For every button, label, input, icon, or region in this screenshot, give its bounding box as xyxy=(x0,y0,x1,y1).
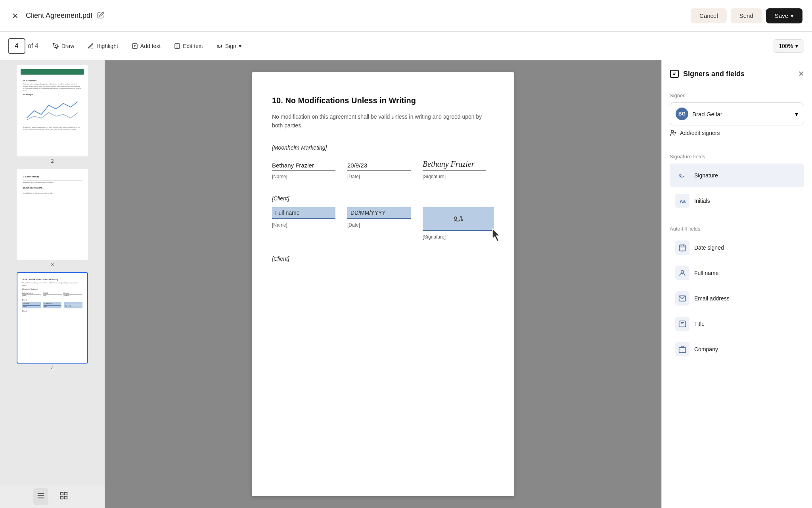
panel-title-icon xyxy=(670,69,679,79)
section-number: 10. xyxy=(272,96,283,105)
date-signed-label: Date signed xyxy=(694,244,724,251)
sign-tool-button[interactable]: Sign ▾ xyxy=(211,40,247,52)
svg-rect-6 xyxy=(61,493,63,495)
svg-rect-23 xyxy=(679,348,686,353)
send-button[interactable]: Send xyxy=(731,8,762,23)
email-icon xyxy=(678,294,686,302)
date-signed-field-item[interactable]: Date signed xyxy=(670,236,804,260)
thumb-3-content: 9. Confidentiality Both parties agree to… xyxy=(21,173,84,197)
sig-row-client1: Full name [Name] DD/MM/YYYY [Date] xyxy=(272,207,494,240)
section-title: 10. No Modifications Unless in Writing xyxy=(272,96,494,105)
sig-col-sig2: [Signature] xyxy=(423,207,494,240)
panel-title-text: Signers and fields xyxy=(683,70,745,78)
cursor-icon xyxy=(491,228,502,242)
email-icon-wrap xyxy=(675,291,689,306)
date-signed-icon-wrap xyxy=(675,241,689,255)
client1-label: [Client] xyxy=(272,195,494,202)
name1-value: Bethany Frazier xyxy=(272,158,335,171)
cursor-indicator xyxy=(491,228,502,244)
main-layout: B. Statistics Statistics is the study an… xyxy=(0,60,812,508)
date2-field[interactable]: DD/MM/YYYY xyxy=(347,207,411,219)
sig-col-date2: DD/MM/YYYY [Date] xyxy=(347,207,411,240)
highlight-icon xyxy=(88,43,94,49)
thumbnail-page-4[interactable]: 10. No Modifications Unless in Writing N… xyxy=(17,272,88,364)
section-heading: No Modifications Unless in Writing xyxy=(285,96,416,105)
name1-label: [Name] xyxy=(272,174,335,179)
add-text-label: Add text xyxy=(140,43,161,49)
title-field-item[interactable]: Title xyxy=(670,312,804,336)
date1-label: [Date] xyxy=(347,174,411,179)
svg-point-18 xyxy=(681,270,684,273)
client2-label: [Client] xyxy=(272,256,494,262)
thumbnail-page-3[interactable]: 9. Confidentiality Both parties agree to… xyxy=(17,169,88,260)
email-field-item[interactable]: Email address xyxy=(670,287,804,310)
thumb-2-content: B. Statistics Statistics is the study an… xyxy=(21,77,84,133)
sig2-field[interactable] xyxy=(423,207,494,231)
full-name-field-item[interactable]: Full name xyxy=(670,261,804,285)
pdf-page: 10. No Modifications Unless in Writing N… xyxy=(252,72,514,496)
sig1-value: Bethany Frazier xyxy=(423,158,486,171)
zoom-control[interactable]: 100% ▾ xyxy=(773,39,804,53)
list-view-button[interactable] xyxy=(33,488,48,505)
zoom-label: 100% xyxy=(779,43,793,49)
page-number-input[interactable] xyxy=(8,38,25,54)
grid-view-icon xyxy=(59,491,68,500)
svg-rect-8 xyxy=(61,496,63,499)
save-label: Save xyxy=(775,12,788,19)
close-button[interactable]: ✕ xyxy=(10,9,21,23)
signers-panel: Signers and fields ✕ Signer BG Brad Gell… xyxy=(661,60,812,508)
edit-text-icon xyxy=(174,43,180,49)
draw-icon xyxy=(53,43,59,49)
panel-title: Signers and fields xyxy=(670,69,745,79)
draw-tool-button[interactable]: Draw xyxy=(47,40,80,52)
date2-placeholder: DD/MM/YYYY xyxy=(350,210,386,216)
name2-placeholder: Full name xyxy=(275,210,299,216)
sig-col-sig1: Bethany Frazier [Signature] xyxy=(423,158,486,179)
edit-filename-button[interactable] xyxy=(97,12,104,20)
edit-text-tool-button[interactable]: Edit text xyxy=(169,40,209,52)
email-label: Email address xyxy=(694,295,730,302)
signature-field-icon xyxy=(675,168,689,183)
close-panel-button[interactable]: ✕ xyxy=(798,69,804,78)
signer-section-label: Signer xyxy=(670,92,804,98)
add-text-tool-button[interactable]: Add text xyxy=(126,40,166,52)
thumbnail-page-2[interactable]: B. Statistics Statistics is the study an… xyxy=(17,65,88,156)
initials-field-icon: Aa xyxy=(675,194,689,208)
full-name-label: Full name xyxy=(694,270,718,276)
pdf-content-area[interactable]: 10. No Modifications Unless in Writing N… xyxy=(105,60,661,508)
thumb-2-title: B. Statistics xyxy=(23,79,82,82)
add-edit-signers-button[interactable]: Add/edit signers xyxy=(670,125,804,140)
svg-rect-9 xyxy=(65,496,67,499)
title-icon-wrap xyxy=(675,317,689,331)
header-right: Cancel Send Save ▾ xyxy=(691,8,802,23)
svg-point-12 xyxy=(671,130,674,133)
sig-row-1: Bethany Frazier [Name] 20/9/23 [Date] Be… xyxy=(272,158,494,179)
svg-rect-10 xyxy=(670,70,678,77)
full-name-icon xyxy=(678,269,686,277)
cancel-button[interactable]: Cancel xyxy=(691,8,727,23)
company-field-item[interactable]: Company xyxy=(670,337,804,361)
name2-field[interactable]: Full name xyxy=(272,207,335,219)
title-icon xyxy=(678,320,686,328)
client-section-1: [Client] Full name [Name] DD/MM/YYYY [Da… xyxy=(272,195,494,240)
sig-col-name2: Full name [Name] xyxy=(272,207,335,240)
grid-view-button[interactable] xyxy=(56,488,71,505)
company-icon-wrap xyxy=(675,342,689,356)
company-icon xyxy=(678,345,686,353)
mini-chart xyxy=(23,97,82,125)
page-total: of 4 xyxy=(28,42,38,50)
zoom-chevron-icon: ▾ xyxy=(795,43,798,49)
initials-field-item[interactable]: Aa Initials xyxy=(670,189,804,213)
date1-value: 20/9/23 xyxy=(347,158,411,171)
toolbar: of 4 Draw Highlight Add text Edit text S… xyxy=(0,32,812,60)
highlight-tool-button[interactable]: Highlight xyxy=(82,40,123,52)
signer-select-dropdown[interactable]: BG Brad Gellar ▾ xyxy=(670,102,804,125)
save-button[interactable]: Save ▾ xyxy=(766,8,802,23)
sign-chevron-icon: ▾ xyxy=(239,43,241,49)
sign-icon xyxy=(216,43,223,49)
highlight-label: Highlight xyxy=(96,43,118,49)
signature-fields-section: Signature fields Signature Aa Initials xyxy=(662,148,812,220)
thumb-num-4: 4 xyxy=(51,365,54,371)
signature-field-item[interactable]: Signature xyxy=(670,164,804,187)
svg-rect-14 xyxy=(680,245,686,251)
